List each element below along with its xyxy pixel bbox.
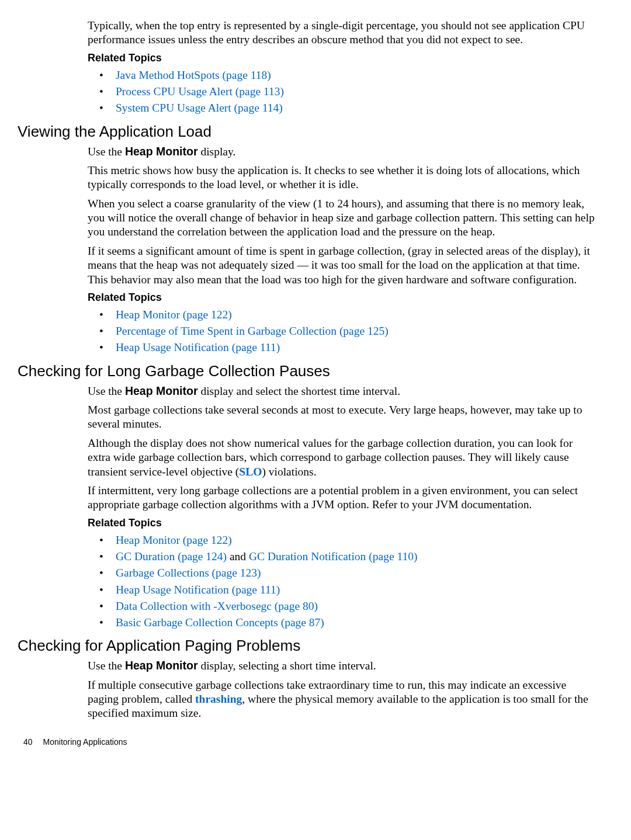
body-text: Use the Heap Monitor display and select … <box>88 384 596 398</box>
link-text[interactable]: Java Method HotSpots (page 118) <box>116 69 271 81</box>
link-text[interactable]: Heap Usage Notification (page 111) <box>116 584 280 596</box>
body-text: If intermittent, very long garbage colle… <box>88 484 596 512</box>
related-topics-list: Heap Monitor (page 122) Percentage of Ti… <box>99 307 596 356</box>
list-item: GC Duration (page 124) and GC Duration N… <box>99 549 596 565</box>
link-text[interactable]: Process CPU Usage Alert (page 113) <box>116 85 284 98</box>
body-text: This metric shows how busy the applicati… <box>88 164 596 192</box>
related-topics-heading: Related Topics <box>88 52 596 64</box>
text-fragment: Use the <box>88 145 125 158</box>
text-fragment: Use the <box>88 659 125 672</box>
section-heading: Checking for Application Paging Problems <box>18 637 596 655</box>
link-text[interactable]: Percentage of Time Spent in Garbage Coll… <box>116 325 389 337</box>
glossary-term[interactable]: SLO <box>239 466 262 478</box>
list-item: Heap Usage Notification (page 111) <box>99 582 596 598</box>
text-fragment: display and select the shortest time int… <box>198 385 401 397</box>
page-footer: 40Monitoring Applications <box>23 737 596 747</box>
list-item: Basic Garbage Collection Concepts (page … <box>99 615 596 631</box>
body-text: When you select a coarse granularity of … <box>88 197 596 239</box>
related-topics-list: Java Method HotSpots (page 118) Process … <box>99 67 596 117</box>
text-fragment: and <box>227 550 249 563</box>
related-topics-heading: Related Topics <box>88 291 596 304</box>
ui-term: Heap Monitor <box>125 145 198 158</box>
text-fragment: display, selecting a short time interval… <box>198 659 376 672</box>
ui-term: Heap Monitor <box>125 384 198 397</box>
page-content: Typically, when the top entry is represe… <box>0 0 631 758</box>
link-text[interactable]: Basic Garbage Collection Concepts (page … <box>116 616 324 629</box>
body-text: Although the display does not show numer… <box>88 436 596 479</box>
text-fragment: Use the <box>88 385 125 397</box>
related-topics-heading: Related Topics <box>88 517 596 529</box>
link-text[interactable]: System CPU Usage Alert (page 114) <box>116 102 283 114</box>
section-heading: Viewing the Application Load <box>18 123 596 141</box>
list-item: System CPU Usage Alert (page 114) <box>99 100 596 116</box>
list-item: Java Method HotSpots (page 118) <box>99 67 596 84</box>
text-fragment: ) violations. <box>262 466 316 478</box>
list-item: Heap Usage Notification (page 111) <box>99 339 596 356</box>
text-fragment: Although the display does not show numer… <box>88 437 573 478</box>
related-topics-list: Heap Monitor (page 122) GC Duration (pag… <box>99 532 596 631</box>
body-text: Most garbage collections take several se… <box>88 403 596 432</box>
page-number: 40 <box>23 737 33 747</box>
ui-term: Heap Monitor <box>125 659 198 672</box>
list-item: Heap Monitor (page 122) <box>99 532 596 549</box>
link-text[interactable]: GC Duration Notification (page 110) <box>249 550 417 563</box>
list-item: Data Collection with -Xverbosegc (page 8… <box>99 598 596 615</box>
list-item: Heap Monitor (page 122) <box>99 307 596 323</box>
list-item: Garbage Collections (page 123) <box>99 565 596 581</box>
link-text[interactable]: Heap Monitor (page 122) <box>116 308 232 321</box>
body-text: Use the Heap Monitor display. <box>88 144 596 159</box>
glossary-term[interactable]: thrashing <box>195 693 242 705</box>
link-text[interactable]: Garbage Collections (page 123) <box>116 567 261 579</box>
link-text[interactable]: GC Duration (page 124) <box>116 550 227 563</box>
body-text: If multiple consecutive garbage collecti… <box>88 678 596 721</box>
footer-title: Monitoring Applications <box>43 737 127 747</box>
list-item: Percentage of Time Spent in Garbage Coll… <box>99 323 596 339</box>
text-fragment: display. <box>198 145 236 158</box>
section-heading: Checking for Long Garbage Collection Pau… <box>18 362 596 380</box>
link-text[interactable]: Heap Usage Notification (page 111) <box>116 341 280 353</box>
body-text: Use the Heap Monitor display, selecting … <box>88 658 596 673</box>
list-item: Process CPU Usage Alert (page 113) <box>99 84 596 100</box>
body-text: Typically, when the top entry is represe… <box>88 19 596 47</box>
link-text[interactable]: Data Collection with -Xverbosegc (page 8… <box>116 600 318 612</box>
link-text[interactable]: Heap Monitor (page 122) <box>116 534 232 546</box>
body-text: If it seems a significant amount of time… <box>88 244 596 287</box>
